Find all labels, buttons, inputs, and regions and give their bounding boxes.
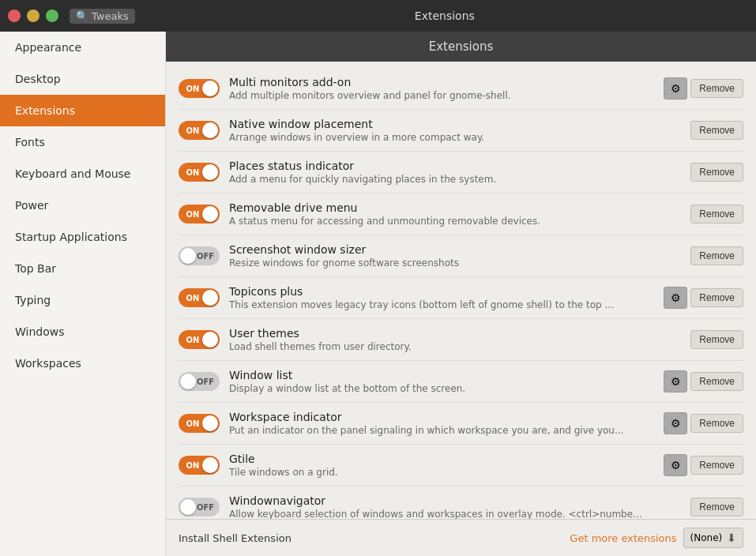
extension-info-1: Native window placementArrange windows i… — [229, 118, 681, 143]
extension-name-6: User themes — [229, 327, 681, 340]
extension-row: ONWorkspace indicatorPut an indicator on… — [179, 403, 743, 445]
extension-desc-9: Tile windows on a grid. — [229, 467, 654, 478]
toggle-2[interactable]: ON — [179, 163, 220, 182]
extension-desc-1: Arrange windows in overview in a more co… — [229, 132, 681, 143]
extension-name-8: Workspace indicator — [229, 411, 654, 423]
extension-info-0: Multi monitors add-onAdd multiple monito… — [229, 76, 654, 101]
extension-name-4: Screenshot window sizer — [229, 243, 681, 256]
toggle-label-4: OFF — [193, 252, 218, 261]
remove-button-3[interactable]: Remove — [690, 205, 743, 224]
gear-button-5[interactable]: ⚙ — [664, 287, 687, 309]
extension-row: ONTopicons plusThis extension moves lega… — [179, 277, 743, 319]
remove-button-1[interactable]: Remove — [690, 121, 743, 140]
gear-button-8[interactable]: ⚙ — [664, 412, 687, 434]
toggle-1[interactable]: ON — [179, 121, 220, 140]
toggle-9[interactable]: ON — [179, 456, 220, 475]
gear-button-7[interactable]: ⚙ — [664, 370, 687, 393]
extension-info-8: Workspace indicatorPut an indicator on t… — [229, 411, 654, 436]
extension-info-7: Window listDisplay a window list at the … — [229, 369, 654, 394]
extension-desc-3: A status menu for accessing and unmounti… — [229, 216, 681, 227]
extension-row: ONGtileTile windows on a grid.⚙Remove — [179, 445, 743, 486]
sidebar-item-extensions[interactable]: Extensions — [0, 95, 165, 126]
extension-actions-1: Remove — [690, 121, 743, 140]
toggle-10[interactable]: OFF — [179, 498, 220, 517]
extension-info-5: Topicons plusThis extension moves legacy… — [229, 285, 654, 310]
extension-actions-2: Remove — [690, 163, 743, 182]
extension-row: ONUser themesLoad shell themes from user… — [179, 319, 743, 361]
toggle-7[interactable]: OFF — [179, 372, 220, 391]
toggle-4[interactable]: OFF — [179, 246, 220, 265]
extension-desc-6: Load shell themes from user directory. — [229, 341, 681, 352]
toggle-knob-3 — [202, 206, 218, 222]
toggle-0[interactable]: ON — [179, 79, 220, 98]
toggle-knob-8 — [202, 415, 218, 431]
extension-info-2: Places status indicatorAdd a menu for qu… — [229, 160, 681, 185]
remove-button-0[interactable]: Remove — [690, 79, 743, 98]
extension-desc-5: This extension moves legacy tray icons (… — [229, 299, 654, 310]
extension-name-2: Places status indicator — [229, 160, 681, 172]
remove-button-2[interactable]: Remove — [690, 163, 743, 182]
extension-actions-7: ⚙Remove — [664, 370, 743, 393]
get-more-extensions-link[interactable]: Get more extensions — [570, 532, 676, 544]
extension-info-4: Screenshot window sizerResize windows fo… — [229, 243, 681, 269]
remove-button-5[interactable]: Remove — [690, 288, 743, 307]
toggle-knob-2 — [202, 164, 218, 180]
toggle-knob-6 — [202, 332, 218, 348]
extension-actions-0: ⚙Remove — [664, 77, 743, 100]
toggle-8[interactable]: ON — [179, 414, 220, 433]
extension-desc-7: Display a window list at the bottom of t… — [229, 383, 654, 394]
extensions-panel: Extensions ONMulti monitors add-onAdd mu… — [166, 32, 756, 556]
extension-row: OFFWindow listDisplay a window list at t… — [179, 361, 743, 403]
install-label: Install Shell Extension — [179, 532, 291, 544]
extension-actions-5: ⚙Remove — [664, 287, 743, 309]
extensions-list: ONMulti monitors add-onAdd multiple moni… — [166, 62, 756, 519]
main-layout: AppearanceDesktopExtensionsFontsKeyboard… — [0, 32, 756, 556]
sidebar-item-power[interactable]: Power — [0, 190, 165, 221]
extension-row: ONNative window placementArrange windows… — [179, 110, 743, 152]
sidebar-item-windows[interactable]: Windows — [0, 316, 165, 348]
sidebar-item-appearance[interactable]: Appearance — [0, 32, 165, 63]
none-dropdown[interactable]: (None) ⬇ — [683, 528, 743, 548]
none-label: (None) — [690, 532, 723, 543]
extension-row: OFFScreenshot window sizerResize windows… — [179, 235, 743, 277]
remove-button-6[interactable]: Remove — [690, 330, 743, 349]
extension-desc-10: Allow keyboard selection of windows and … — [229, 509, 681, 519]
sidebar-item-desktop[interactable]: Desktop — [0, 63, 165, 95]
remove-button-8[interactable]: Remove — [690, 414, 743, 433]
gear-button-9[interactable]: ⚙ — [664, 454, 687, 476]
extension-name-7: Window list — [229, 369, 654, 381]
maximize-button[interactable]: □ — [46, 9, 58, 22]
sidebar-item-keyboard-and-mouse[interactable]: Keyboard and Mouse — [0, 158, 165, 190]
extension-desc-2: Add a menu for quickly navigating places… — [229, 174, 681, 185]
extension-row: ONMulti monitors add-onAdd multiple moni… — [179, 68, 743, 110]
footer-right: Get more extensions (None) ⬇ — [570, 528, 743, 548]
close-button[interactable]: × — [8, 9, 21, 22]
extension-name-5: Topicons plus — [229, 285, 654, 298]
sidebar-item-top-bar[interactable]: Top Bar — [0, 253, 165, 284]
sidebar-item-startup-applications[interactable]: Startup Applications — [0, 221, 165, 253]
toggle-3[interactable]: ON — [179, 205, 220, 224]
toggle-knob-9 — [202, 457, 218, 473]
minimize-button[interactable]: − — [27, 9, 39, 22]
remove-button-7[interactable]: Remove — [690, 372, 743, 391]
extension-row: ONPlaces status indicatorAdd a menu for … — [179, 152, 743, 193]
extension-actions-3: Remove — [690, 205, 743, 224]
remove-button-9[interactable]: Remove — [690, 456, 743, 475]
toggle-knob-0 — [202, 81, 218, 96]
sidebar-item-workspaces[interactable]: Workspaces — [0, 348, 165, 379]
extension-actions-10: Remove — [690, 498, 743, 517]
gear-button-0[interactable]: ⚙ — [664, 77, 687, 100]
remove-button-4[interactable]: Remove — [690, 246, 743, 265]
remove-button-10[interactable]: Remove — [690, 498, 743, 517]
sidebar-item-fonts[interactable]: Fonts — [0, 126, 165, 158]
extension-desc-8: Put an indicator on the panel signaling … — [229, 425, 654, 436]
search-bar[interactable]: 🔍 Tweaks — [70, 9, 135, 24]
toggle-6[interactable]: ON — [179, 330, 220, 349]
extension-actions-8: ⚙Remove — [664, 412, 743, 434]
toggle-5[interactable]: ON — [179, 288, 220, 307]
extension-desc-0: Add multiple monitors overview and panel… — [229, 90, 654, 101]
panel-title: Extensions — [141, 9, 748, 22]
install-icon: ⬇ — [727, 532, 736, 544]
sidebar: AppearanceDesktopExtensionsFontsKeyboard… — [0, 32, 166, 556]
sidebar-item-typing[interactable]: Typing — [0, 284, 165, 316]
